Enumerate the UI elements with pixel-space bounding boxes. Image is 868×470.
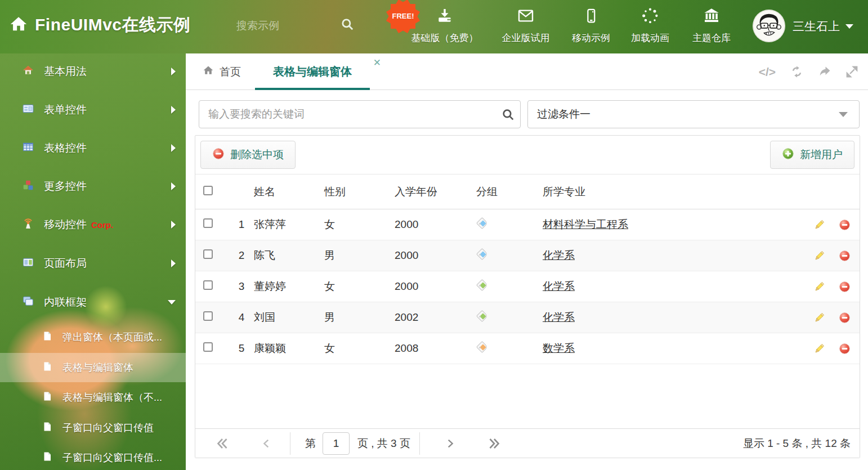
major-link[interactable]: 材料科学与工程系 bbox=[543, 218, 628, 230]
major-link[interactable]: 化学系 bbox=[543, 311, 575, 323]
corp-badge: Corp. bbox=[91, 220, 113, 230]
edit-pencil-icon[interactable] bbox=[813, 219, 825, 231]
sidebar-subitem-popup-window[interactable]: 弹出窗体（本页面或... bbox=[0, 323, 186, 352]
frames-icon bbox=[23, 296, 34, 309]
table-row: 2 陈飞 男 2000 化学系 bbox=[195, 240, 860, 271]
keyword-search-input[interactable] bbox=[199, 100, 521, 128]
tag-icon bbox=[476, 217, 489, 230]
sidebar-item-mobile-controls[interactable]: 移动控件 Corp. bbox=[0, 208, 186, 241]
home-icon bbox=[9, 15, 28, 36]
tag-icon bbox=[476, 279, 489, 292]
major-link[interactable]: 化学系 bbox=[543, 249, 575, 261]
divider bbox=[419, 432, 420, 455]
next-page-button[interactable] bbox=[444, 437, 456, 450]
header-search-input[interactable] bbox=[236, 15, 341, 37]
page-icon bbox=[42, 361, 52, 374]
delete-minus-icon[interactable] bbox=[839, 250, 851, 262]
sidebar-item-grid-controls[interactable]: 表格控件 bbox=[0, 132, 186, 164]
top-header: FineUIMvc在线示例 FREE! 基础版（免费） 企业版试用 bbox=[0, 0, 868, 53]
page-suffix: 页 , 共 3 页 bbox=[357, 436, 410, 451]
search-icon[interactable] bbox=[340, 17, 355, 34]
sidebar-item-page-layout[interactable]: 页面布局 bbox=[0, 247, 186, 280]
sidebar-subitem-child-to-parent[interactable]: 子窗口向父窗口传值 bbox=[0, 413, 186, 442]
username: 三生石上 bbox=[793, 19, 840, 34]
delete-minus-icon[interactable] bbox=[839, 219, 851, 231]
pagination-bar: 第 页 , 共 3 页 显示 1 - 5 条 , 共 12 条 bbox=[195, 428, 860, 458]
cubes-icon bbox=[23, 180, 34, 193]
row-checkbox[interactable] bbox=[203, 218, 213, 228]
edit-pencil-icon[interactable] bbox=[813, 312, 825, 324]
main-content: 首页 表格与编辑窗体 ✕ </> bbox=[186, 53, 868, 470]
delete-selected-button[interactable]: 删除选中项 bbox=[200, 141, 296, 169]
source-code-icon[interactable]: </> bbox=[759, 65, 776, 79]
cell-year: 2000 bbox=[395, 280, 476, 293]
cell-year: 2000 bbox=[395, 249, 476, 262]
sidebar-subitem-grid-edit-window[interactable]: 表格与编辑窗体 bbox=[0, 353, 186, 382]
expand-arrow-icon bbox=[171, 221, 176, 229]
refresh-icon[interactable] bbox=[790, 65, 803, 78]
record-summary: 显示 1 - 5 条 , 共 12 条 bbox=[743, 436, 851, 451]
cell-gender: 女 bbox=[324, 279, 395, 294]
sidebar-item-more-controls[interactable]: 更多控件 bbox=[0, 170, 186, 203]
app-title: FineUIMvc在线示例 bbox=[35, 14, 191, 37]
sidebar-item-inline-frames[interactable]: 内联框架 bbox=[0, 286, 186, 319]
user-menu[interactable]: 三生石上 bbox=[793, 19, 853, 34]
delete-minus-icon[interactable] bbox=[839, 281, 851, 293]
form-icon bbox=[23, 103, 34, 117]
search-icon[interactable] bbox=[501, 108, 515, 124]
theme-repo-icon bbox=[702, 7, 721, 27]
page-prefix: 第 bbox=[305, 436, 316, 451]
row-checkbox[interactable] bbox=[203, 311, 213, 321]
cell-gender: 男 bbox=[324, 248, 395, 263]
table-row: 3 董婷婷 女 2000 化学系 bbox=[195, 271, 860, 302]
row-checkbox[interactable] bbox=[203, 249, 213, 259]
delete-minus-icon[interactable] bbox=[839, 312, 851, 324]
delete-minus-icon[interactable] bbox=[839, 343, 851, 355]
add-user-button[interactable]: 新增用户 bbox=[770, 141, 854, 169]
nav-loading-animations[interactable]: 加载动画 bbox=[620, 7, 680, 44]
grid-panel: 删除选中项 新增用户 姓名 性别 入学年份 分组 所学专业 1 bbox=[195, 135, 860, 458]
nav-mobile-demo[interactable]: 移动示例 bbox=[562, 7, 620, 44]
chevron-down-icon bbox=[839, 112, 848, 117]
edit-pencil-icon[interactable] bbox=[813, 250, 825, 262]
sidebar-item-form-controls[interactable]: 表单控件 bbox=[0, 93, 186, 126]
page-icon bbox=[42, 422, 52, 434]
row-number: 4 bbox=[229, 311, 254, 324]
filter-dropdown-value: 过滤条件一 bbox=[537, 107, 590, 122]
row-checkbox[interactable] bbox=[203, 280, 213, 290]
brand[interactable]: FineUIMvc在线示例 bbox=[9, 14, 191, 37]
prev-page-button[interactable] bbox=[261, 437, 273, 450]
filter-dropdown[interactable]: 过滤条件一 bbox=[527, 100, 860, 128]
divider bbox=[290, 432, 290, 455]
row-number: 1 bbox=[229, 218, 254, 231]
tab-home[interactable]: 首页 bbox=[203, 53, 241, 90]
cell-name: 康颖颖 bbox=[254, 341, 324, 356]
sidebar-subitem-child-to-parent-2[interactable]: 子窗口向父窗口传值... bbox=[0, 443, 186, 470]
grid-toolbar: 删除选中项 新增用户 bbox=[195, 136, 860, 174]
major-link[interactable]: 数学系 bbox=[543, 342, 575, 354]
cell-gender: 女 bbox=[324, 341, 395, 356]
sidebar-item-basic-usage[interactable]: 基本用法 bbox=[0, 55, 186, 88]
row-checkbox[interactable] bbox=[203, 342, 213, 352]
fullscreen-icon[interactable] bbox=[846, 66, 858, 78]
page-number-input[interactable] bbox=[323, 432, 350, 455]
cell-name: 陈飞 bbox=[254, 248, 324, 263]
spinner-icon bbox=[641, 7, 659, 27]
first-page-button[interactable] bbox=[216, 437, 229, 450]
row-number: 5 bbox=[229, 342, 254, 355]
sidebar-subitem-grid-edit-window-2[interactable]: 表格与编辑窗体（不... bbox=[0, 383, 186, 412]
avatar[interactable] bbox=[753, 10, 785, 42]
nav-theme-repo[interactable]: 主题仓库 bbox=[680, 7, 743, 44]
last-page-button[interactable] bbox=[487, 437, 501, 450]
close-icon[interactable]: ✕ bbox=[373, 58, 381, 68]
edit-pencil-icon[interactable] bbox=[813, 281, 825, 293]
tab-grid-edit-window[interactable]: 表格与编辑窗体 ✕ bbox=[255, 53, 370, 90]
column-year: 入学年份 bbox=[395, 185, 476, 199]
major-link[interactable]: 化学系 bbox=[543, 280, 575, 292]
nav-enterprise-trial[interactable]: 企业版试用 bbox=[490, 7, 562, 44]
app: FineUIMvc在线示例 FREE! 基础版（免费） 企业版试用 bbox=[0, 0, 868, 470]
cell-gender: 女 bbox=[324, 217, 395, 232]
open-in-new-icon[interactable] bbox=[818, 65, 831, 79]
edit-pencil-icon[interactable] bbox=[813, 343, 825, 355]
select-all-checkbox[interactable] bbox=[203, 186, 213, 195]
